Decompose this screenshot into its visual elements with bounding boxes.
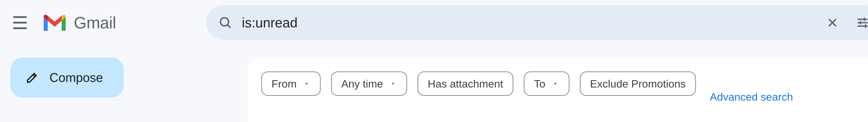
gmail-wordmark: Gmail — [74, 13, 116, 32]
lower-area: Compose From Any time Has attachment To … — [0, 57, 868, 98]
filter-chip-anytime[interactable]: Any time — [331, 71, 407, 96]
search-bar[interactable] — [206, 5, 868, 40]
gmail-page: Gmail — [0, 0, 868, 122]
advanced-search-label: Advanced search — [710, 91, 793, 103]
svg-rect-8 — [860, 21, 861, 24]
svg-rect-6 — [858, 25, 868, 27]
chip-label: To — [534, 77, 545, 90]
svg-rect-7 — [864, 18, 865, 21]
gmail-m-icon — [42, 13, 68, 33]
pencil-icon — [25, 71, 39, 84]
svg-point-0 — [220, 18, 229, 26]
filter-chip-from[interactable]: From — [261, 71, 321, 96]
search-options-icon[interactable] — [856, 16, 868, 29]
compose-label: Compose — [50, 70, 103, 85]
filter-chip-to[interactable]: To — [524, 71, 569, 96]
filter-chip-exclude-promotions[interactable]: Exclude Promotions — [580, 71, 696, 96]
svg-rect-5 — [858, 22, 868, 23]
compose-button[interactable]: Compose — [10, 57, 124, 98]
main-menu-button[interactable] — [10, 13, 30, 32]
svg-line-1 — [227, 25, 230, 28]
chip-label: From — [272, 77, 297, 90]
chevron-down-icon — [303, 80, 310, 88]
search-icon — [218, 16, 232, 30]
chip-label: Any time — [341, 77, 383, 90]
chip-label: Has attachment — [428, 77, 503, 90]
search-input[interactable] — [242, 15, 819, 31]
advanced-search-link[interactable]: Advanced search — [706, 84, 797, 109]
header: Gmail — [0, 0, 868, 45]
chevron-down-icon — [552, 80, 559, 88]
clear-search-icon[interactable] — [826, 17, 838, 29]
chevron-down-icon — [389, 80, 397, 88]
chip-label: Exclude Promotions — [590, 77, 686, 90]
filter-chip-attachment[interactable]: Has attachment — [417, 71, 513, 96]
gmail-logo[interactable]: Gmail — [42, 13, 116, 33]
svg-rect-9 — [865, 24, 866, 28]
svg-rect-4 — [858, 19, 868, 20]
filter-bar: From Any time Has attachment To Exclude … — [247, 57, 868, 122]
